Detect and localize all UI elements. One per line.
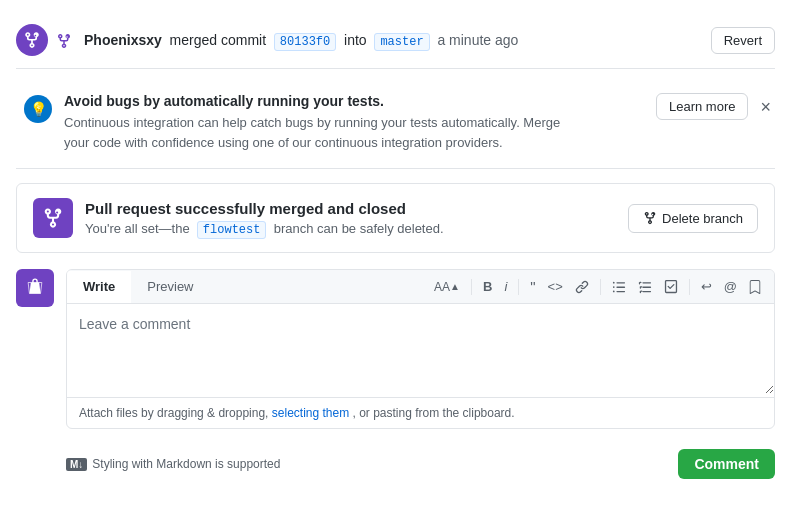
code-button[interactable]: <>: [545, 277, 566, 296]
preview-tab[interactable]: Preview: [131, 271, 209, 302]
merged-panel: Pull request successfully merged and clo…: [16, 183, 775, 253]
unordered-list-button[interactable]: [609, 278, 629, 296]
editor-toolbar: AA ▲ B i " <>: [421, 270, 774, 303]
ci-icon: 💡: [24, 95, 52, 123]
merged-description: You're all set—the flowtest branch can b…: [85, 221, 444, 237]
comment-editor: Write Preview AA ▲ B i " <>: [66, 269, 775, 479]
close-ci-button[interactable]: ×: [756, 96, 775, 118]
italic-button[interactable]: i: [501, 277, 510, 296]
merged-icon: [33, 198, 73, 238]
merged-title: Pull request successfully merged and clo…: [85, 200, 444, 217]
quote-button[interactable]: ": [527, 276, 538, 297]
commit-hash[interactable]: 80133f0: [274, 33, 336, 51]
write-tab[interactable]: Write: [67, 271, 131, 303]
markdown-badge: M↓ Styling with Markdown is supported: [66, 457, 280, 471]
branch-icon: [643, 211, 657, 225]
editor-footer: Attach files by dragging & dropping, sel…: [67, 397, 774, 428]
mention-button[interactable]: @: [721, 277, 740, 296]
commit-row: Phoenixsxy merged commit 80133f0 into ma…: [16, 16, 775, 69]
bookmark-button[interactable]: [746, 278, 764, 296]
commit-text: Phoenixsxy merged commit 80133f0 into ma…: [84, 32, 518, 49]
reply-button[interactable]: ↩: [698, 277, 715, 296]
flowtest-branch[interactable]: flowtest: [197, 221, 267, 239]
comment-editor-wrapper: Write Preview AA ▲ B i " <>: [16, 269, 775, 479]
bold-button[interactable]: B: [480, 277, 495, 296]
toolbar-divider-4: [689, 279, 690, 295]
revert-button[interactable]: Revert: [711, 27, 775, 54]
toolbar-divider-2: [518, 279, 519, 295]
font-size-button[interactable]: AA ▲: [431, 278, 463, 296]
commit-username: Phoenixsxy: [84, 32, 162, 48]
commit-time: a minute ago: [437, 32, 518, 48]
learn-more-button[interactable]: Learn more: [656, 93, 748, 120]
merge-icon: [56, 31, 72, 49]
comment-button[interactable]: Comment: [678, 449, 775, 479]
branch-badge[interactable]: master: [374, 33, 429, 51]
toolbar-divider-3: [600, 279, 601, 295]
editor-body: [67, 304, 774, 397]
link-button[interactable]: [572, 278, 592, 296]
task-list-button[interactable]: [661, 278, 681, 296]
ci-description: Continuous integration can help catch bu…: [64, 113, 564, 152]
select-files-link[interactable]: selecting them: [272, 406, 349, 420]
comment-textarea[interactable]: [67, 304, 774, 394]
editor-tabs: Write Preview: [67, 271, 210, 302]
ordered-list-button[interactable]: [635, 278, 655, 296]
editor-header: Write Preview AA ▲ B i " <>: [67, 270, 774, 304]
commenter-avatar: [16, 269, 54, 307]
editor-box: Write Preview AA ▲ B i " <>: [66, 269, 775, 429]
ci-title: Avoid bugs by automatically running your…: [64, 93, 564, 109]
delete-branch-button[interactable]: Delete branch: [628, 204, 758, 233]
comment-actions: M↓ Styling with Markdown is supported Co…: [66, 439, 775, 479]
attach-text: Attach files by dragging & dropping, sel…: [79, 406, 515, 420]
user-avatar: [16, 24, 48, 56]
toolbar-divider-1: [471, 279, 472, 295]
ci-banner: 💡 Avoid bugs by automatically running yo…: [16, 81, 775, 169]
markdown-icon: M↓: [66, 458, 87, 471]
